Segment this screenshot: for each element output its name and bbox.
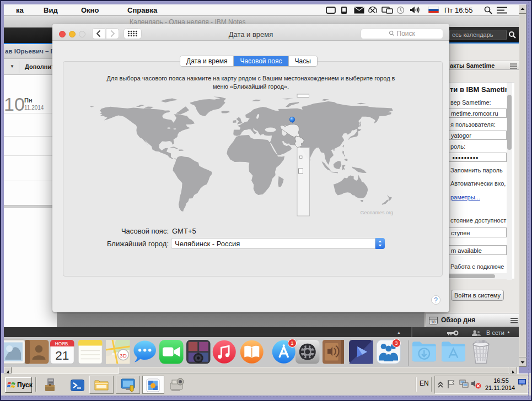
svg-text:3D: 3D: [120, 353, 126, 359]
svg-text:3: 3: [395, 340, 397, 346]
svg-text:Geonames.org: Geonames.org: [360, 210, 393, 215]
svg-text:21: 21: [55, 349, 69, 362]
svg-text:18: 18: [431, 320, 436, 324]
svg-text:НОЯБ.: НОЯБ.: [55, 342, 69, 346]
svg-text:1: 1: [291, 340, 293, 346]
